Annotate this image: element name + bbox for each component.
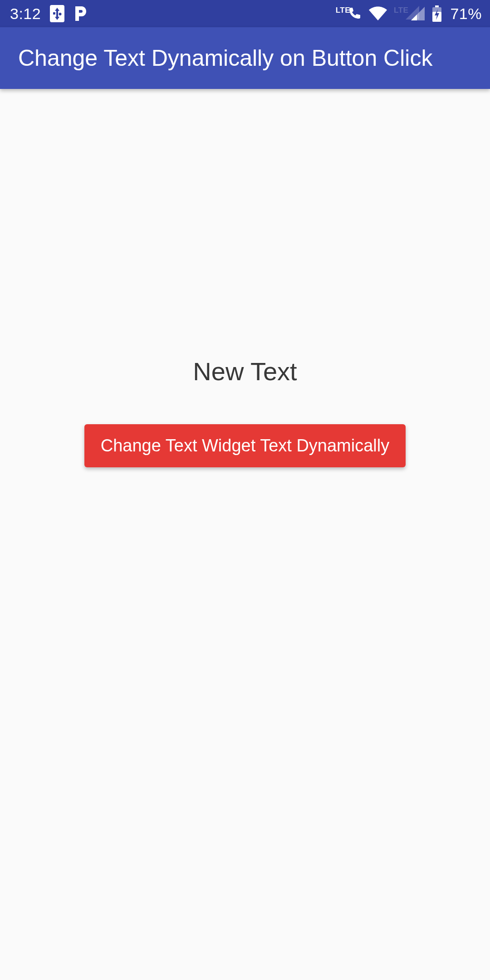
usb-icon <box>50 5 64 22</box>
volte-icon: LTE <box>336 6 362 21</box>
svg-rect-1 <box>53 12 55 15</box>
wifi-icon <box>368 6 387 21</box>
body-area: New Text Change Text Widget Text Dynamic… <box>0 89 490 980</box>
cell-signal-dim-icon: LTE <box>394 6 419 21</box>
status-right: LTE LTE <box>336 5 482 23</box>
status-left: 3:12 <box>10 5 87 23</box>
svg-point-2 <box>59 13 62 15</box>
change-text-button[interactable]: Change Text Widget Text Dynamically <box>84 424 406 467</box>
app-bar-title: Change Text Dynamically on Button Click <box>18 45 472 71</box>
svg-rect-3 <box>435 5 439 7</box>
status-time: 3:12 <box>10 5 41 23</box>
dynamic-text-label: New Text <box>193 357 297 386</box>
parking-icon <box>74 5 87 22</box>
battery-percentage: 71% <box>450 5 482 23</box>
battery-charging-icon <box>432 5 442 22</box>
app-bar: Change Text Dynamically on Button Click <box>0 27 490 89</box>
status-bar: 3:12 LTE LTE <box>0 0 490 27</box>
